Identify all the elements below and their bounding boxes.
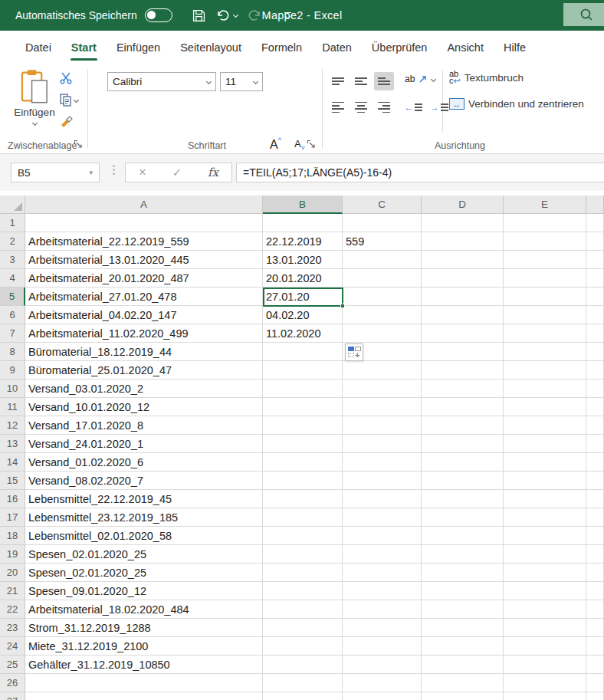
align-center-button[interactable] (351, 98, 371, 117)
row-header-7[interactable]: 7 (0, 324, 25, 343)
tab-seitenlayout[interactable]: Seitenlayout (170, 31, 251, 64)
cell-E5[interactable] (504, 288, 586, 306)
column-header-D[interactable]: D (422, 196, 504, 214)
customize-qat-icon[interactable] (280, 12, 297, 18)
tab-hilfe[interactable]: Hilfe (494, 31, 536, 64)
row-header-9[interactable]: 9 (0, 361, 25, 380)
cell-C14[interactable] (343, 453, 422, 472)
cell-F18[interactable] (586, 527, 604, 545)
cell-C27[interactable] (343, 692, 422, 700)
cell-A12[interactable]: Versand_17.01.2020_8 (25, 416, 263, 435)
cell-F6[interactable] (586, 306, 604, 324)
cell-C20[interactable] (343, 564, 422, 582)
autofill-options-button[interactable]: + (345, 343, 363, 361)
cell-D18[interactable] (422, 527, 504, 545)
row-header-14[interactable]: 14 (0, 453, 25, 472)
cancel-icon[interactable]: × (139, 165, 146, 180)
cell-A11[interactable]: Versand_10.01.2020_12 (25, 398, 263, 416)
cell-C4[interactable] (343, 269, 422, 288)
cell-E12[interactable] (504, 416, 586, 435)
name-box[interactable]: B5 ▾ (11, 163, 100, 182)
cell-B1[interactable] (263, 214, 343, 232)
cell-D22[interactable] (422, 600, 504, 619)
cell-D6[interactable] (422, 306, 504, 324)
cell-F23[interactable] (586, 619, 604, 637)
cell-C2[interactable]: 559 (343, 232, 422, 251)
cell-B15[interactable] (263, 472, 343, 490)
row-header-15[interactable]: 15 (0, 472, 25, 490)
save-icon[interactable] (189, 5, 209, 25)
select-all-corner[interactable] (0, 196, 25, 214)
cell-A21[interactable]: Spesen_09.01.2020_12 (25, 582, 263, 600)
cell-B21[interactable] (263, 582, 343, 600)
cell-A2[interactable]: Arbeitsmaterial_22.12.2019_559 (25, 232, 263, 251)
cell-E19[interactable] (504, 545, 586, 564)
wrap-text-button[interactable]: ab c↩ Textumbruch (449, 71, 524, 84)
autosave-control[interactable]: Automatisches Speichern (15, 8, 172, 22)
row-header-3[interactable]: 3 (0, 251, 25, 269)
cell-E21[interactable] (504, 582, 586, 600)
cell-E17[interactable] (504, 508, 586, 527)
formula-input[interactable]: =TEIL(A5;17;LÄNGE(A5)-16-4) (236, 163, 604, 182)
cell-F5[interactable] (586, 288, 604, 306)
cell-A24[interactable]: Miete_31.12.2019_2100 (25, 637, 263, 656)
cell-F22[interactable] (586, 600, 604, 619)
cell-B19[interactable] (263, 545, 343, 564)
cell-D16[interactable] (422, 490, 504, 508)
cell-E6[interactable] (504, 306, 586, 324)
increase-indent-button[interactable]: → (428, 98, 451, 117)
cell-E10[interactable] (504, 380, 586, 398)
cell-A13[interactable]: Versand_24.01.2020_1 (25, 435, 263, 453)
row-header-22[interactable]: 22 (0, 600, 25, 619)
cell-B3[interactable]: 13.01.2020 (263, 251, 343, 269)
cell-E16[interactable] (504, 490, 586, 508)
cell-D8[interactable] (422, 343, 504, 361)
format-painter-button[interactable] (60, 113, 90, 129)
cell-B18[interactable] (263, 527, 343, 545)
cell-C24[interactable] (343, 637, 422, 656)
cell-F9[interactable] (586, 361, 604, 380)
cell-E8[interactable] (504, 343, 586, 361)
cell-D11[interactable] (422, 398, 504, 416)
cell-D27[interactable] (422, 692, 504, 700)
cell-B7[interactable]: 11.02.2020 (263, 324, 343, 343)
cell-C12[interactable] (343, 416, 422, 435)
cell-E27[interactable] (504, 692, 586, 700)
row-header-6[interactable]: 6 (0, 306, 25, 324)
cell-B16[interactable] (263, 490, 343, 508)
cell-A15[interactable]: Versand_08.02.2020_7 (25, 472, 263, 490)
row-header-8[interactable]: 8 (0, 343, 25, 361)
cell-E13[interactable] (504, 435, 586, 453)
cell-B23[interactable] (263, 619, 343, 637)
cell-A4[interactable]: Arbeitsmaterial_20.01.2020_487 (25, 269, 263, 288)
cell-B11[interactable] (263, 398, 343, 416)
cell-B25[interactable] (263, 656, 343, 674)
column-header-E[interactable]: E (504, 196, 586, 214)
cell-D24[interactable] (422, 637, 504, 656)
cell-D3[interactable] (422, 251, 504, 269)
cell-F1[interactable] (586, 214, 604, 232)
row-header-5[interactable]: 5 (0, 288, 25, 306)
cell-F24[interactable] (586, 637, 604, 656)
row-header-26[interactable]: 26 (0, 674, 25, 692)
cell-A26[interactable] (25, 674, 263, 692)
row-header-17[interactable]: 17 (0, 508, 25, 527)
cell-F3[interactable] (586, 251, 604, 269)
orientation-button[interactable]: ab (405, 74, 435, 84)
cell-F8[interactable] (586, 343, 604, 361)
cell-F13[interactable] (586, 435, 604, 453)
search-button[interactable] (563, 3, 604, 26)
row-header-27[interactable]: 27 (0, 692, 25, 700)
row-header-16[interactable]: 16 (0, 490, 25, 508)
cell-B20[interactable] (263, 564, 343, 582)
cell-C9[interactable] (343, 361, 422, 380)
cell-F16[interactable] (586, 490, 604, 508)
cell-A20[interactable]: Spesen_02.01.2020_25 (25, 564, 263, 582)
cell-E3[interactable] (504, 251, 586, 269)
row-header-12[interactable]: 12 (0, 416, 25, 435)
row-header-18[interactable]: 18 (0, 527, 25, 545)
cell-A8[interactable]: Büromaterial_18.12.2019_44 (25, 343, 263, 361)
enter-icon[interactable]: ✓ (172, 166, 182, 179)
cell-B10[interactable] (263, 380, 343, 398)
cell-C11[interactable] (343, 398, 422, 416)
